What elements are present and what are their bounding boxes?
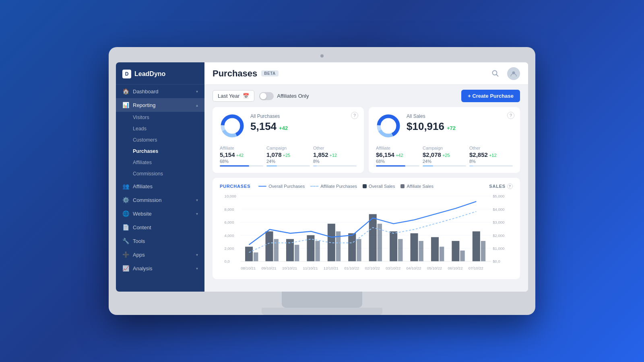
sales-help-icon[interactable]: ?	[507, 112, 514, 119]
date-picker[interactable]: Last Year 📅	[213, 90, 254, 102]
svg-text:$0,0: $0,0	[493, 259, 500, 263]
all-purchases-card: ?	[213, 107, 364, 173]
chevron-icon-analysis: ▾	[196, 266, 198, 271]
svg-text:10/10/21: 10/10/21	[282, 266, 297, 270]
svg-text:08/10/21: 08/10/21	[241, 266, 256, 270]
svg-text:$2,000: $2,000	[493, 233, 504, 238]
svg-text:$5,000: $5,000	[493, 194, 504, 198]
tools-icon: 🔧	[122, 238, 129, 244]
affiliates-toggle[interactable]	[259, 92, 274, 100]
purchases-help-icon[interactable]: ?	[351, 112, 358, 119]
chart-area: 10,000 8,000 6,000 4,000 2,000 0,0 $5,00…	[220, 193, 513, 274]
affiliates-main-label: Affiliates	[133, 183, 153, 189]
home-icon: 🏠	[122, 88, 129, 95]
sales-help-icon-chart[interactable]: ?	[507, 183, 513, 189]
chart-section: PURCHASES Overall Purchases Affiliate Pu…	[213, 178, 520, 279]
svg-text:07/10/22: 07/10/22	[469, 266, 483, 270]
purchases-chart-label: PURCHASES	[220, 184, 250, 189]
sidebar-item-commission[interactable]: ⚙️ Commission ▾	[116, 193, 204, 207]
sidebar-sub-leads[interactable]: Leads	[116, 123, 204, 134]
reporting-icon: 📊	[122, 102, 129, 108]
sidebar-item-apps[interactable]: ➕ Apps ▾	[116, 248, 204, 261]
svg-rect-46	[419, 241, 423, 261]
svg-text:06/10/22: 06/10/22	[448, 266, 462, 270]
stats-row: ?	[204, 107, 528, 178]
beta-badge: BETA	[261, 70, 278, 76]
legend-affiliate-purchases: Affiliate Purchases	[310, 184, 357, 189]
sidebar-item-dashboard[interactable]: 🏠 Dashboard ▾	[116, 84, 204, 98]
search-button[interactable]	[489, 67, 502, 80]
sales-affiliate: Affiliate $6,154+42 68%	[376, 146, 419, 167]
chevron-icon: ▾	[196, 89, 198, 94]
all-sales-label: All Sales	[407, 113, 456, 119]
svg-text:04/10/22: 04/10/22	[407, 266, 421, 270]
svg-text:09/10/21: 09/10/21	[262, 266, 277, 270]
logo-icon: D	[122, 70, 131, 78]
website-label: Website	[133, 211, 152, 217]
sidebar: D LeadDyno 🏠 Dashboard ▾ 📊 Reporting ▴	[116, 62, 204, 292]
svg-rect-40	[357, 239, 361, 261]
leads-label: Leads	[133, 126, 147, 132]
sidebar-item-content[interactable]: 📄 Content	[116, 220, 204, 234]
app-logo[interactable]: D LeadDyno	[116, 62, 204, 84]
page-title: Purchases	[213, 68, 257, 79]
all-purchases-label: All Purchases	[250, 113, 288, 119]
sales-chart-label: SALES ?	[489, 183, 513, 189]
sales-value: $10,916	[407, 120, 444, 133]
sidebar-sub-affiliates[interactable]: Affiliates	[116, 157, 204, 168]
svg-rect-45	[411, 233, 418, 261]
chevron-up-icon: ▴	[196, 103, 198, 107]
sidebar-item-reporting[interactable]: 📊 Reporting ▴	[116, 98, 204, 112]
chart-svg: 10,000 8,000 6,000 4,000 2,000 0,0 $5,00…	[220, 193, 513, 274]
svg-text:03/10/22: 03/10/22	[386, 266, 400, 270]
app-name: LeadDyno	[134, 70, 165, 78]
main-content: Purchases BETA	[204, 62, 528, 292]
legend-affiliate-sales: Affiliate Sales	[400, 184, 433, 189]
chart-legend: Overall Purchases Affiliate Purchases Ov…	[258, 184, 433, 189]
purchases-other: Other 1,852+12 8%	[313, 146, 357, 167]
sidebar-item-affiliates[interactable]: 👥 Affiliates	[116, 179, 204, 193]
user-avatar[interactable]	[507, 67, 520, 80]
svg-text:8,000: 8,000	[225, 207, 234, 212]
svg-text:10,000: 10,000	[225, 194, 236, 198]
sales-other: Other $2,852+12 8%	[469, 146, 513, 167]
calendar-icon: 📅	[243, 93, 249, 99]
sidebar-item-tools[interactable]: 🔧 Tools	[116, 234, 204, 248]
purchases-campaign: Campaign 1,078+25 24%	[266, 146, 310, 167]
purchases-label: Purchases	[133, 148, 158, 154]
sales-delta: +72	[447, 125, 456, 131]
sidebar-label-reporting: Reporting	[133, 102, 155, 108]
create-purchase-button[interactable]: + Create Purchase	[461, 90, 520, 102]
sales-campaign: Campaign $2,078+25 24%	[423, 146, 466, 167]
svg-rect-30	[254, 253, 258, 261]
sidebar-sub-customers[interactable]: Customers	[116, 134, 204, 146]
svg-rect-34	[295, 245, 299, 261]
website-icon: 🌐	[122, 210, 129, 217]
aff-label: Affiliate	[220, 146, 263, 150]
sidebar-item-analysis[interactable]: 📈 Analysis ▾	[116, 261, 204, 275]
apps-label: Apps	[133, 252, 145, 258]
commission-label: Commission	[133, 197, 162, 203]
sidebar-item-website[interactable]: 🌐 Website ▾	[116, 207, 204, 220]
svg-text:4,000: 4,000	[225, 233, 234, 238]
top-bar-right	[489, 67, 520, 80]
purchases-sub-grid: Affiliate 5,154+42 68% Campaign 1,078+25…	[220, 146, 357, 167]
sidebar-label-dashboard: Dashboard	[133, 88, 159, 95]
apps-icon: ➕	[122, 251, 129, 258]
sales-stat-info: All Sales $10,916 +72	[407, 113, 456, 133]
visitors-label: Visitors	[133, 115, 149, 120]
commission-icon: ⚙️	[122, 197, 129, 203]
svg-text:12/10/21: 12/10/21	[324, 266, 339, 270]
svg-rect-38	[336, 231, 341, 261]
svg-rect-52	[481, 241, 485, 261]
purchases-affiliate: Affiliate 5,154+42 68%	[220, 146, 263, 167]
toolbar: Last Year 📅 Affiliates Only + Create Pur…	[204, 85, 528, 107]
sidebar-sub-visitors[interactable]: Visitors	[116, 112, 204, 123]
svg-text:0,0: 0,0	[225, 259, 230, 263]
svg-rect-39	[348, 233, 356, 261]
svg-text:$1,000: $1,000	[493, 246, 504, 251]
all-sales-card: ? All Sales	[369, 107, 520, 173]
sidebar-sub-purchases[interactable]: Purchases	[116, 146, 204, 157]
content-label: Content	[133, 224, 151, 230]
sidebar-sub-commissions[interactable]: Commissions	[116, 168, 204, 179]
